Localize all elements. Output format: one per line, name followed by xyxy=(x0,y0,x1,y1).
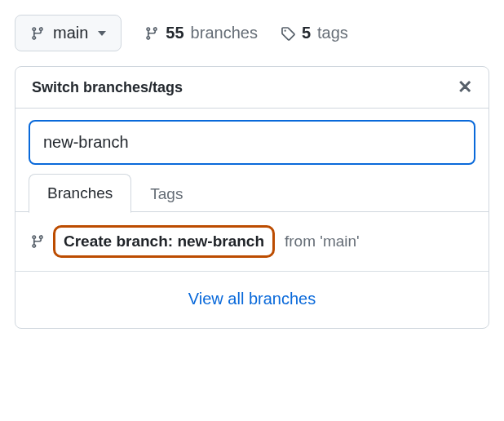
branch-search-input[interactable] xyxy=(29,120,475,165)
popover-header: Switch branches/tags ✕ xyxy=(15,67,489,109)
search-container xyxy=(15,109,489,173)
branches-label: branches xyxy=(191,24,258,42)
close-icon[interactable]: ✕ xyxy=(458,78,472,96)
popover-title: Switch branches/tags xyxy=(32,79,183,96)
repo-top-row: main 55 branches 5 tags xyxy=(15,15,489,51)
popover-tabs: Branches Tags xyxy=(15,173,489,212)
tags-link[interactable]: 5 tags xyxy=(281,24,348,42)
create-branch-highlight: Create branch: new-branch xyxy=(53,225,275,258)
git-branch-icon xyxy=(30,234,45,249)
view-all-branches-link[interactable]: View all branches xyxy=(15,272,489,328)
branches-count: 55 xyxy=(166,24,183,42)
branch-switcher-popover: Switch branches/tags ✕ Branches Tags Cre… xyxy=(15,66,489,329)
branch-select-label: main xyxy=(53,24,88,42)
tab-tags[interactable]: Tags xyxy=(131,175,201,213)
tab-branches[interactable]: Branches xyxy=(29,174,131,213)
create-branch-text: Create branch: new-branch xyxy=(53,225,275,258)
tags-label: tags xyxy=(317,24,348,42)
create-branch-row[interactable]: Create branch: new-branch from 'main' xyxy=(15,212,489,272)
git-branch-icon xyxy=(30,26,45,41)
branches-link[interactable]: 55 branches xyxy=(144,24,258,42)
caret-down-icon xyxy=(98,31,106,36)
tags-count: 5 xyxy=(302,24,311,42)
git-branch-icon xyxy=(144,26,159,41)
branch-select-button[interactable]: main xyxy=(15,15,122,51)
create-branch-from: from 'main' xyxy=(285,233,360,250)
tag-icon xyxy=(281,26,295,41)
